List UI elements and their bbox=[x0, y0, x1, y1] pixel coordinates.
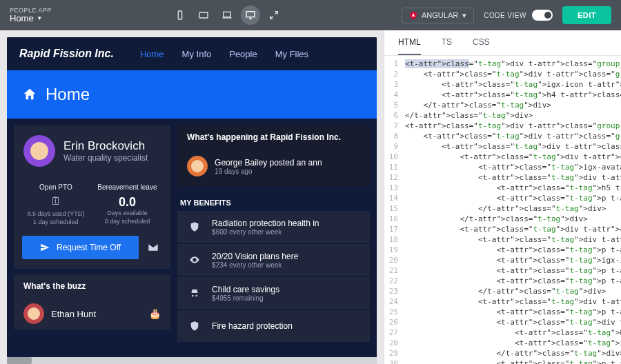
shield-icon bbox=[186, 218, 204, 236]
viewport-phone-icon[interactable] bbox=[170, 6, 190, 25]
code-editor[interactable]: 1234567891011121314151617181920212223242… bbox=[384, 56, 621, 364]
svg-rect-3 bbox=[246, 12, 255, 17]
home-icon bbox=[22, 87, 37, 102]
avatar bbox=[23, 303, 44, 324]
eye-icon bbox=[186, 251, 204, 269]
benefit-item[interactable]: 20/20 Vision plans here$234 every other … bbox=[177, 244, 370, 276]
framework-select[interactable]: ANGULAR ▾ bbox=[402, 8, 474, 23]
code-content: <t-attr">class="t-tag">div t-attr">class… bbox=[402, 56, 621, 364]
cake-icon: 🎂 bbox=[149, 308, 161, 319]
toolbar-right: ANGULAR ▾ CODE VIEW EDIT bbox=[402, 6, 611, 24]
chevron-down-icon: ▾ bbox=[462, 11, 466, 20]
avatar bbox=[23, 135, 55, 167]
viewport-tablet-landscape-icon[interactable] bbox=[194, 6, 213, 25]
benefit-item[interactable]: Radiation protection health in$600 every… bbox=[177, 211, 370, 243]
svg-rect-1 bbox=[199, 12, 208, 18]
benefit-item[interactable]: Fire hazard protection bbox=[177, 310, 370, 342]
nav-myinfo[interactable]: My Info bbox=[182, 49, 212, 59]
page-title: Home bbox=[46, 85, 90, 104]
toggle-switch[interactable] bbox=[532, 10, 553, 21]
nav-links: Home My Info People My Files bbox=[140, 49, 308, 59]
stat-pto: Open PTO 🗓 8.5 days used (YTD) 1 day sch… bbox=[28, 183, 85, 226]
send-icon bbox=[40, 243, 50, 252]
hero-banner: Home bbox=[7, 70, 377, 119]
svg-rect-0 bbox=[178, 11, 181, 19]
viewport-switcher bbox=[60, 6, 393, 25]
calendar-icon: 🗓 bbox=[28, 195, 85, 208]
view-name[interactable]: Home▾ bbox=[10, 14, 52, 23]
edit-button[interactable]: EDIT bbox=[562, 6, 611, 24]
tab-css[interactable]: CSS bbox=[473, 37, 490, 55]
buzz-header: What's the buzz bbox=[14, 274, 170, 298]
tab-ts[interactable]: TS bbox=[442, 37, 452, 55]
app-navbar: Rapid Fission Inc. Home My Info People M… bbox=[7, 37, 377, 70]
breadcrumb[interactable]: PEOPLE APP Home▾ bbox=[10, 8, 52, 23]
line-gutter: 1234567891011121314151617181920212223242… bbox=[384, 56, 402, 364]
stat-bereavement: Bereavement leave 0.0 Days available 0 d… bbox=[97, 183, 157, 226]
benefit-item[interactable]: Child care savings$4955 remaining bbox=[177, 277, 370, 309]
mail-icon[interactable] bbox=[144, 239, 162, 256]
shield-icon bbox=[186, 317, 204, 335]
chevron-down-icon: ▾ bbox=[38, 15, 41, 21]
request-time-off-button[interactable]: Request Time Off bbox=[22, 236, 139, 259]
buzz-card: What's the buzz Ethan Hunt 🎂 bbox=[14, 274, 170, 330]
profile-card: Erin Brockovich Water quality specialist… bbox=[14, 125, 170, 269]
horizontal-scrollbar[interactable] bbox=[7, 357, 377, 364]
nav-myfiles[interactable]: My Files bbox=[275, 49, 308, 59]
code-pane: HTML TS CSS 1234567891011121314151617181… bbox=[384, 30, 621, 364]
codeview-toggle[interactable]: CODE VIEW bbox=[484, 10, 553, 21]
angular-icon bbox=[409, 11, 417, 19]
stroller-icon bbox=[186, 284, 204, 302]
buzz-item[interactable]: Ethan Hunt 🎂 bbox=[14, 298, 170, 330]
happening-header: What's happening at Rapid Fission Inc. bbox=[177, 125, 370, 149]
nav-home[interactable]: Home bbox=[140, 49, 164, 59]
brand: Rapid Fission Inc. bbox=[19, 48, 114, 60]
benefits-header: MY BENEFITS bbox=[177, 192, 370, 211]
user-name: Erin Brockovich bbox=[63, 139, 148, 153]
expand-icon[interactable] bbox=[264, 6, 284, 25]
tab-html[interactable]: HTML bbox=[398, 37, 421, 55]
happening-card: What's happening at Rapid Fission Inc. G… bbox=[177, 125, 370, 186]
svg-rect-2 bbox=[223, 12, 230, 17]
user-role: Water quality specialist bbox=[63, 153, 148, 163]
benefits-section: MY BENEFITS Radiation protection health … bbox=[177, 192, 370, 343]
nav-people[interactable]: People bbox=[229, 49, 257, 59]
viewport-laptop-icon[interactable] bbox=[217, 6, 237, 25]
happening-item[interactable]: George Bailey posted an ann 19 days ago bbox=[177, 149, 370, 186]
code-tabs: HTML TS CSS bbox=[384, 30, 621, 56]
viewport-desktop-icon[interactable] bbox=[241, 6, 260, 25]
avatar bbox=[187, 156, 208, 176]
preview-app: Rapid Fission Inc. Home My Info People M… bbox=[7, 37, 377, 364]
preview-pane: Rapid Fission Inc. Home My Info People M… bbox=[0, 30, 384, 364]
app-toolbar: PEOPLE APP Home▾ ANGULAR ▾ CODE VIEW EDI… bbox=[0, 0, 621, 30]
